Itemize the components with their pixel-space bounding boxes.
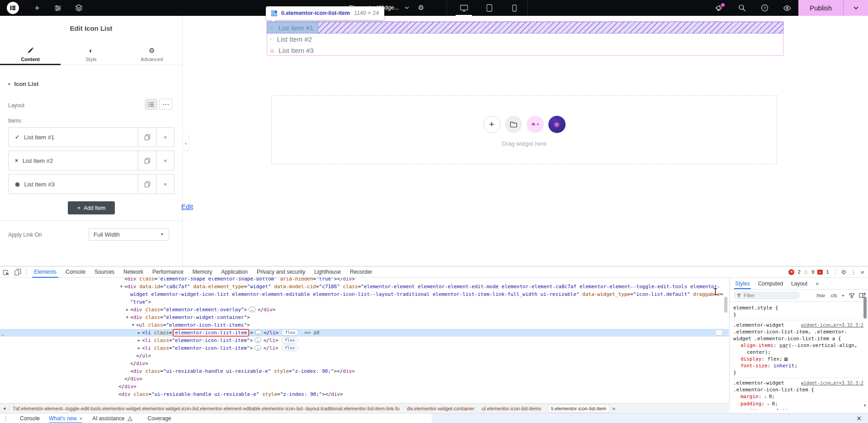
css-property[interactable]: font-size: inherit; bbox=[733, 362, 863, 369]
stylesheet-source-link[interactable]: widget-icon…er=3.32.3:2 bbox=[801, 380, 863, 386]
tree-node-line[interactable]: <div class="ui-resizable-handle ui-resiz… bbox=[0, 367, 729, 375]
tree-node-line[interactable]: </div> bbox=[0, 383, 729, 390]
close-tab-icon[interactable]: × bbox=[80, 416, 82, 421]
devtools-tab-privacy-and-security[interactable]: Privacy and security bbox=[252, 266, 310, 278]
error-icon[interactable]: ✕ bbox=[788, 269, 794, 275]
devtools-tab-console[interactable]: Console bbox=[61, 266, 90, 278]
publish-options-chevron[interactable] bbox=[844, 0, 868, 16]
add-item-button[interactable]: + Add Item bbox=[68, 201, 115, 214]
device-desktop-icon[interactable] bbox=[451, 0, 476, 16]
elementor-logo-icon[interactable] bbox=[7, 2, 19, 14]
layout-list-button[interactable] bbox=[145, 99, 158, 110]
add-element-icon[interactable]: + bbox=[32, 0, 42, 16]
tab-content[interactable]: Content bbox=[0, 44, 61, 65]
expand-shorthand-icon[interactable]: ▸ bbox=[768, 402, 772, 406]
document-settings-gear-icon[interactable]: ⚙ bbox=[418, 4, 424, 12]
remove-item-button[interactable]: × bbox=[156, 151, 174, 170]
tab-style[interactable]: ◐Style bbox=[61, 44, 121, 65]
duplicate-item-button[interactable] bbox=[138, 128, 156, 147]
panel-collapse-handle[interactable]: ‹ bbox=[183, 136, 189, 151]
ai-magic-button[interactable]: ✦✦ bbox=[527, 116, 544, 133]
publish-button[interactable]: Publish bbox=[798, 0, 844, 16]
breadcrumb-item[interactable]: 7af.elementor-element--toggle-edit-tools… bbox=[13, 406, 400, 411]
issues-icon[interactable]: ▪ bbox=[817, 270, 823, 275]
drop-zone[interactable]: +✦✦❀ Drag widget here bbox=[271, 95, 777, 164]
drawer-tab-console[interactable]: Console bbox=[20, 413, 40, 423]
expanded-arrow-icon[interactable]: ▼ bbox=[124, 314, 130, 321]
devtools-tab-network[interactable]: Network bbox=[119, 266, 148, 278]
drawer-tab-what-s-new[interactable]: What's new× bbox=[49, 413, 82, 423]
tree-node-line[interactable]: "true"> bbox=[0, 298, 729, 306]
stylesheet-source-link[interactable]: widget-icon…er=3.32.3:2 bbox=[801, 322, 863, 328]
device-tablet-icon[interactable] bbox=[476, 0, 502, 16]
collapsed-arrow-icon[interactable]: ▶ bbox=[136, 344, 142, 352]
flex-editor-icon[interactable]: ▦ bbox=[784, 356, 788, 361]
icon-list-section-header[interactable]: ▾ Icon List bbox=[8, 81, 38, 87]
styles-tab-styles[interactable]: Styles bbox=[735, 278, 750, 289]
add-widget-button[interactable]: + bbox=[483, 116, 500, 133]
devtools-tab-performance[interactable]: Performance bbox=[148, 266, 188, 278]
devtools-tab-memory[interactable]: Memory bbox=[188, 266, 217, 278]
breadcrumb-item[interactable]: div.elementor-widget-container bbox=[407, 406, 475, 411]
apply-link-on-select[interactable]: Full Width ▼ bbox=[89, 228, 169, 241]
flex-badge[interactable]: flex bbox=[282, 345, 298, 351]
css-property[interactable]: display: flex;▦ bbox=[733, 356, 863, 362]
collapsed-arrow-icon[interactable]: ▶ bbox=[124, 306, 130, 314]
warning-icon[interactable]: ⚠ bbox=[804, 269, 809, 275]
tree-node-line[interactable]: ▶<li class="elementor-icon-list-item">…<… bbox=[0, 344, 729, 352]
tree-node-line[interactable]: ▶<li class=elementor-icon-list-item>…</l… bbox=[0, 329, 729, 337]
tree-node-line[interactable]: </div> bbox=[0, 375, 729, 383]
breadcrumb-item[interactable]: li.elementor-icon-list-item bbox=[548, 405, 609, 412]
expanded-arrow-icon[interactable]: ▼ bbox=[118, 283, 124, 290]
rule-selector[interactable]: element.style { bbox=[733, 304, 863, 311]
devtools-tab-lighthouse[interactable]: Lighthouse bbox=[310, 266, 345, 278]
item-text-cell[interactable]: ✓List Item #1 bbox=[9, 128, 138, 147]
duplicate-item-button[interactable] bbox=[138, 151, 156, 170]
breadcrumb-next-icon[interactable]: ▶ bbox=[611, 406, 618, 411]
close-drawer-icon[interactable]: ✕ bbox=[856, 415, 862, 422]
device-mobile-icon[interactable] bbox=[502, 0, 527, 16]
canvas-list-item[interactable]: ◉List Item #3 bbox=[269, 45, 314, 56]
devtools-tab-elements[interactable]: Elements bbox=[29, 266, 61, 278]
more-tabs-icon[interactable]: » bbox=[816, 280, 819, 287]
expand-inline-icon[interactable]: … bbox=[255, 345, 261, 351]
layout-inline-button[interactable]: ⋯ bbox=[159, 99, 172, 110]
remove-item-button[interactable]: × bbox=[156, 175, 174, 194]
finder-search-icon[interactable] bbox=[731, 0, 753, 16]
collapsed-arrow-icon[interactable]: ▶ bbox=[136, 337, 142, 344]
expand-inline-icon[interactable]: … bbox=[255, 337, 261, 343]
remove-item-button[interactable]: × bbox=[156, 128, 174, 147]
tree-node-line[interactable]: ▶<div class="elementor-element-overlay">… bbox=[0, 306, 729, 314]
tree-node-line[interactable]: widget elementor-widget-icon-list elemen… bbox=[0, 290, 729, 298]
expand-inline-icon[interactable]: … bbox=[249, 307, 255, 312]
styles-scrollbar-thumb[interactable] bbox=[863, 297, 867, 318]
devtools-tab-sources[interactable]: Sources bbox=[90, 266, 119, 278]
styles-tab-layout[interactable]: Layout bbox=[791, 278, 807, 289]
tree-node-line[interactable]: ▶<li class="elementor-icon-list-item">…<… bbox=[0, 337, 729, 344]
scrollbar-up-arrow[interactable]: ▲ bbox=[863, 291, 867, 295]
collapsed-arrow-icon[interactable]: ▶ bbox=[136, 329, 142, 337]
duplicate-item-button[interactable] bbox=[138, 175, 156, 194]
tree-node-line[interactable]: ▼<div class="elementor-widget-container"… bbox=[0, 314, 729, 321]
tree-scrollbar-thumb[interactable] bbox=[724, 297, 727, 313]
list-item-row[interactable]: ✓List Item #1× bbox=[8, 127, 175, 147]
close-devtools-icon[interactable]: × bbox=[860, 268, 864, 276]
tree-node-line[interactable]: ▼<ul class="elementor-icon-list-items"> bbox=[0, 321, 729, 329]
expanded-arrow-icon[interactable]: ▼ bbox=[130, 321, 136, 329]
tree-node-line[interactable]: ▼<div data-id="ca8c7af" data-element_typ… bbox=[0, 283, 729, 290]
tree-node-line[interactable]: </ul> bbox=[0, 352, 729, 360]
var-function-link[interactable]: var bbox=[779, 342, 788, 348]
site-settings-icon[interactable] bbox=[52, 0, 63, 16]
item-text-cell[interactable]: ×List Item #2 bbox=[9, 151, 138, 170]
structure-icon[interactable] bbox=[73, 0, 84, 16]
preview-eye-icon[interactable] bbox=[776, 0, 798, 16]
tree-node-line[interactable]: <div class="ui-resizable-handle ui-resiz… bbox=[0, 390, 729, 398]
scroll-into-view-chip[interactable] bbox=[715, 329, 723, 336]
styles-toggle-hov[interactable]: :hov bbox=[816, 293, 825, 298]
devtools-tab-application[interactable]: Application bbox=[217, 266, 252, 278]
flex-badge[interactable]: flex bbox=[282, 337, 298, 343]
inspect-element-icon[interactable] bbox=[0, 266, 12, 277]
tree-node-line[interactable]: </div> bbox=[0, 360, 729, 367]
css-property[interactable]: margin: ▸ 0; bbox=[733, 393, 863, 400]
rendering-brush-icon[interactable] bbox=[849, 293, 854, 298]
